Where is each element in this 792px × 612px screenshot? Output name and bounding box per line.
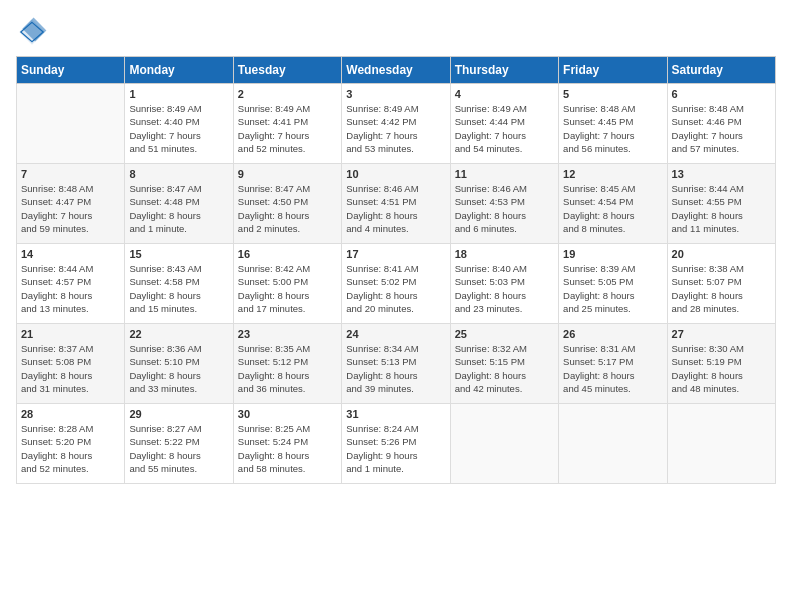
day-number: 8 [129,168,228,180]
day-number: 6 [672,88,771,100]
calendar-week-row: 14Sunrise: 8:44 AMSunset: 4:57 PMDayligh… [17,244,776,324]
day-info: Sunrise: 8:48 AMSunset: 4:46 PMDaylight:… [672,102,771,155]
calendar-week-row: 21Sunrise: 8:37 AMSunset: 5:08 PMDayligh… [17,324,776,404]
calendar-header-thursday: Thursday [450,57,558,84]
day-number: 15 [129,248,228,260]
day-number: 26 [563,328,662,340]
calendar-header-sunday: Sunday [17,57,125,84]
calendar-cell [450,404,558,484]
day-info: Sunrise: 8:44 AMSunset: 4:55 PMDaylight:… [672,182,771,235]
day-number: 11 [455,168,554,180]
calendar-cell: 21Sunrise: 8:37 AMSunset: 5:08 PMDayligh… [17,324,125,404]
calendar-header-monday: Monday [125,57,233,84]
day-number: 2 [238,88,337,100]
day-number: 7 [21,168,120,180]
day-number: 5 [563,88,662,100]
calendar-header-saturday: Saturday [667,57,775,84]
day-info: Sunrise: 8:35 AMSunset: 5:12 PMDaylight:… [238,342,337,395]
day-number: 28 [21,408,120,420]
day-info: Sunrise: 8:38 AMSunset: 5:07 PMDaylight:… [672,262,771,315]
day-number: 17 [346,248,445,260]
day-info: Sunrise: 8:36 AMSunset: 5:10 PMDaylight:… [129,342,228,395]
calendar-cell: 1Sunrise: 8:49 AMSunset: 4:40 PMDaylight… [125,84,233,164]
calendar-cell: 7Sunrise: 8:48 AMSunset: 4:47 PMDaylight… [17,164,125,244]
day-info: Sunrise: 8:34 AMSunset: 5:13 PMDaylight:… [346,342,445,395]
day-info: Sunrise: 8:31 AMSunset: 5:17 PMDaylight:… [563,342,662,395]
calendar-cell: 20Sunrise: 8:38 AMSunset: 5:07 PMDayligh… [667,244,775,324]
day-info: Sunrise: 8:49 AMSunset: 4:40 PMDaylight:… [129,102,228,155]
day-number: 25 [455,328,554,340]
calendar-week-row: 7Sunrise: 8:48 AMSunset: 4:47 PMDaylight… [17,164,776,244]
day-info: Sunrise: 8:46 AMSunset: 4:51 PMDaylight:… [346,182,445,235]
calendar-cell: 6Sunrise: 8:48 AMSunset: 4:46 PMDaylight… [667,84,775,164]
calendar-header-tuesday: Tuesday [233,57,341,84]
calendar-cell: 13Sunrise: 8:44 AMSunset: 4:55 PMDayligh… [667,164,775,244]
day-number: 31 [346,408,445,420]
day-info: Sunrise: 8:24 AMSunset: 5:26 PMDaylight:… [346,422,445,475]
day-number: 13 [672,168,771,180]
calendar-cell: 12Sunrise: 8:45 AMSunset: 4:54 PMDayligh… [559,164,667,244]
day-number: 18 [455,248,554,260]
day-info: Sunrise: 8:30 AMSunset: 5:19 PMDaylight:… [672,342,771,395]
calendar-cell [17,84,125,164]
day-info: Sunrise: 8:49 AMSunset: 4:42 PMDaylight:… [346,102,445,155]
calendar-cell: 18Sunrise: 8:40 AMSunset: 5:03 PMDayligh… [450,244,558,324]
day-number: 21 [21,328,120,340]
logo-icon [16,16,48,48]
day-info: Sunrise: 8:41 AMSunset: 5:02 PMDaylight:… [346,262,445,315]
day-info: Sunrise: 8:46 AMSunset: 4:53 PMDaylight:… [455,182,554,235]
calendar-cell: 31Sunrise: 8:24 AMSunset: 5:26 PMDayligh… [342,404,450,484]
calendar-cell: 26Sunrise: 8:31 AMSunset: 5:17 PMDayligh… [559,324,667,404]
day-number: 16 [238,248,337,260]
day-info: Sunrise: 8:47 AMSunset: 4:50 PMDaylight:… [238,182,337,235]
calendar-cell: 16Sunrise: 8:42 AMSunset: 5:00 PMDayligh… [233,244,341,324]
day-number: 30 [238,408,337,420]
calendar-cell: 28Sunrise: 8:28 AMSunset: 5:20 PMDayligh… [17,404,125,484]
calendar-cell: 3Sunrise: 8:49 AMSunset: 4:42 PMDaylight… [342,84,450,164]
day-number: 9 [238,168,337,180]
calendar-cell: 9Sunrise: 8:47 AMSunset: 4:50 PMDaylight… [233,164,341,244]
day-info: Sunrise: 8:49 AMSunset: 4:41 PMDaylight:… [238,102,337,155]
day-info: Sunrise: 8:40 AMSunset: 5:03 PMDaylight:… [455,262,554,315]
day-info: Sunrise: 8:48 AMSunset: 4:45 PMDaylight:… [563,102,662,155]
calendar-cell: 10Sunrise: 8:46 AMSunset: 4:51 PMDayligh… [342,164,450,244]
day-info: Sunrise: 8:48 AMSunset: 4:47 PMDaylight:… [21,182,120,235]
day-number: 23 [238,328,337,340]
day-number: 27 [672,328,771,340]
calendar-week-row: 1Sunrise: 8:49 AMSunset: 4:40 PMDaylight… [17,84,776,164]
day-number: 20 [672,248,771,260]
day-info: Sunrise: 8:39 AMSunset: 5:05 PMDaylight:… [563,262,662,315]
calendar-cell: 2Sunrise: 8:49 AMSunset: 4:41 PMDaylight… [233,84,341,164]
calendar-cell: 27Sunrise: 8:30 AMSunset: 5:19 PMDayligh… [667,324,775,404]
day-info: Sunrise: 8:32 AMSunset: 5:15 PMDaylight:… [455,342,554,395]
calendar-cell: 30Sunrise: 8:25 AMSunset: 5:24 PMDayligh… [233,404,341,484]
calendar-cell: 8Sunrise: 8:47 AMSunset: 4:48 PMDaylight… [125,164,233,244]
day-number: 29 [129,408,228,420]
day-number: 1 [129,88,228,100]
calendar-week-row: 28Sunrise: 8:28 AMSunset: 5:20 PMDayligh… [17,404,776,484]
day-info: Sunrise: 8:27 AMSunset: 5:22 PMDaylight:… [129,422,228,475]
day-info: Sunrise: 8:44 AMSunset: 4:57 PMDaylight:… [21,262,120,315]
calendar-cell: 29Sunrise: 8:27 AMSunset: 5:22 PMDayligh… [125,404,233,484]
day-number: 3 [346,88,445,100]
calendar-header-row: SundayMondayTuesdayWednesdayThursdayFrid… [17,57,776,84]
page-header [16,16,776,48]
day-info: Sunrise: 8:42 AMSunset: 5:00 PMDaylight:… [238,262,337,315]
day-number: 19 [563,248,662,260]
day-number: 12 [563,168,662,180]
day-info: Sunrise: 8:25 AMSunset: 5:24 PMDaylight:… [238,422,337,475]
day-number: 10 [346,168,445,180]
day-info: Sunrise: 8:28 AMSunset: 5:20 PMDaylight:… [21,422,120,475]
calendar-cell: 22Sunrise: 8:36 AMSunset: 5:10 PMDayligh… [125,324,233,404]
calendar-cell [559,404,667,484]
calendar-cell: 25Sunrise: 8:32 AMSunset: 5:15 PMDayligh… [450,324,558,404]
calendar-cell: 14Sunrise: 8:44 AMSunset: 4:57 PMDayligh… [17,244,125,324]
day-number: 4 [455,88,554,100]
calendar-cell [667,404,775,484]
day-number: 14 [21,248,120,260]
day-info: Sunrise: 8:45 AMSunset: 4:54 PMDaylight:… [563,182,662,235]
day-info: Sunrise: 8:47 AMSunset: 4:48 PMDaylight:… [129,182,228,235]
calendar-cell: 19Sunrise: 8:39 AMSunset: 5:05 PMDayligh… [559,244,667,324]
day-info: Sunrise: 8:37 AMSunset: 5:08 PMDaylight:… [21,342,120,395]
calendar-cell: 5Sunrise: 8:48 AMSunset: 4:45 PMDaylight… [559,84,667,164]
